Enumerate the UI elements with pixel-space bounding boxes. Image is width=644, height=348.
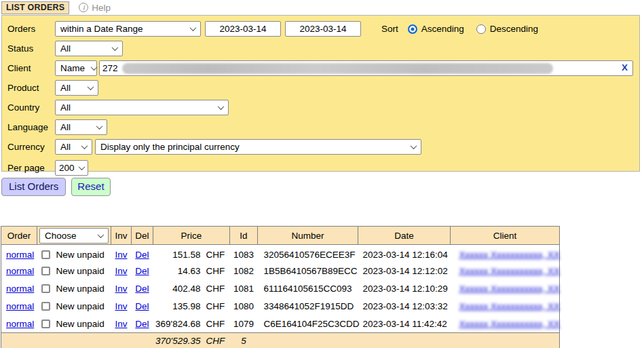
price-amount: 151.58 <box>153 250 201 260</box>
redacted-client-text <box>122 63 553 74</box>
chevron-down-icon <box>81 142 88 149</box>
invoice-link[interactable]: Inv <box>115 250 127 260</box>
price-cell: 151.58 CHF <box>153 250 230 260</box>
order-id: 1080 <box>230 298 258 315</box>
top-bar: LIST ORDERS i Help <box>0 0 644 15</box>
client-link[interactable]: Xxxxxx Xxxxxxxxxxx, XX <box>459 319 561 329</box>
order-id: 1081 <box>230 280 258 298</box>
chevron-down-icon <box>112 44 119 51</box>
orders-range-value: within a Date Range <box>60 24 143 34</box>
country-value: All <box>60 102 71 113</box>
price-cell: 369'824.68 CHF <box>153 319 230 329</box>
order-type-link[interactable]: normal <box>6 250 34 260</box>
order-date: 2023-03-14 12:16:04 <box>358 245 451 263</box>
delivery-link[interactable]: Del <box>135 250 149 260</box>
clear-client-button[interactable]: X <box>622 62 628 73</box>
info-icon: i <box>79 3 88 12</box>
bulk-action-select[interactable]: Choose <box>39 228 109 244</box>
order-type-link[interactable]: normal <box>6 284 34 294</box>
invoice-link[interactable]: Inv <box>115 266 127 276</box>
delivery-link[interactable]: Del <box>135 301 149 311</box>
filter-panel: Orders within a Date Range Sort Ascendin… <box>1 15 640 172</box>
status-select[interactable]: All <box>55 41 123 56</box>
chevron-down-icon <box>190 24 197 31</box>
order-id: 1083 <box>230 245 258 263</box>
per-page-label: Per page <box>7 163 55 173</box>
orders-table: Order Choose Inv Del Price Id Number Dat… <box>1 226 560 348</box>
invoice-link[interactable]: Inv <box>115 319 127 329</box>
order-type-link[interactable]: normal <box>6 266 34 276</box>
header-del: Del <box>132 227 153 245</box>
price-currency: CHF <box>206 319 225 329</box>
invoice-link[interactable]: Inv <box>115 301 127 311</box>
delivery-link[interactable]: Del <box>135 319 149 329</box>
form-actions: List Orders Reset <box>1 178 644 196</box>
bulk-action-value: Choose <box>45 231 77 241</box>
total-price: 370'529.35 CHF <box>153 336 230 346</box>
currency-display-value: Display only the principal currency <box>100 142 240 152</box>
order-status-label: New unpaid <box>56 250 105 260</box>
client-link[interactable]: Xxxxxx Xxxxxxxxxxx, XX <box>459 284 561 294</box>
total-amount: 370'529.35 <box>153 336 201 346</box>
list-orders-button[interactable]: List Orders <box>1 178 66 196</box>
client-link[interactable]: Xxxxxx Xxxxxxxxxxx, XX <box>459 266 561 276</box>
chevron-down-icon <box>96 123 103 130</box>
order-id: 1079 <box>230 315 258 333</box>
country-select[interactable]: All <box>55 100 229 115</box>
price-amount: 369'824.68 <box>153 319 201 329</box>
header-bulk-action: Choose <box>37 227 111 245</box>
order-type-link[interactable]: normal <box>6 301 34 311</box>
client-search-by-select[interactable]: Name <box>55 60 97 76</box>
sort-ascending-radio[interactable] <box>408 24 417 34</box>
client-link[interactable]: Xxxxxx Xxxxxxxxxxx, XX <box>459 301 561 311</box>
delivery-link[interactable]: Del <box>135 266 149 276</box>
header-price: Price <box>153 227 230 245</box>
date-from-input[interactable] <box>205 21 281 37</box>
row-checkbox[interactable] <box>41 302 50 311</box>
sort-descending-radio[interactable] <box>476 24 486 34</box>
help-link[interactable]: i Help <box>79 3 111 13</box>
order-number: 611164105615CC093 <box>258 280 358 298</box>
price-amount: 14.63 <box>153 266 201 276</box>
per-page-select[interactable]: 200 <box>55 160 88 176</box>
order-status-label: New unpaid <box>56 284 105 294</box>
order-date: 2023-03-14 12:12:02 <box>358 263 451 280</box>
order-type-link[interactable]: normal <box>6 319 34 329</box>
order-date: 2023-03-14 12:03:32 <box>358 298 451 315</box>
table-row: normal New unpaid Inv Del 402.48 CHF 108… <box>1 280 560 298</box>
header-id: Id <box>230 227 258 245</box>
help-label: Help <box>92 3 111 13</box>
header-number: Number <box>258 227 358 245</box>
currency-label: Currency <box>7 142 55 152</box>
delivery-link[interactable]: Del <box>135 284 149 294</box>
orders-label: Orders <box>7 24 55 34</box>
invoice-link[interactable]: Inv <box>115 284 127 294</box>
orders-range-select[interactable]: within a Date Range <box>55 21 201 37</box>
language-select[interactable]: All <box>55 119 107 135</box>
currency-display-select[interactable]: Display only the principal currency <box>95 139 421 155</box>
product-row: Product All <box>2 78 639 98</box>
row-checkbox[interactable] <box>41 284 50 293</box>
order-number: 32056410576ECEE3F <box>258 245 358 263</box>
sort-descending-label: Descending <box>490 24 538 34</box>
country-label: Country <box>7 102 55 113</box>
row-checkbox[interactable] <box>41 267 50 275</box>
reset-button[interactable]: Reset <box>71 178 110 196</box>
row-checkbox[interactable] <box>41 250 50 259</box>
row-checkbox[interactable] <box>41 320 50 328</box>
client-link[interactable]: Xxxxxx Xxxxxxxxxxx, XX <box>459 250 561 260</box>
product-select[interactable]: All <box>55 80 98 96</box>
price-cell: 402.48 CHF <box>153 284 230 294</box>
client-label: Client <box>7 63 55 73</box>
date-to-input[interactable] <box>285 21 361 37</box>
chevron-down-icon <box>98 231 105 238</box>
price-cell: 135.98 CHF <box>153 301 230 311</box>
chevron-down-icon <box>411 142 417 149</box>
currency-select[interactable]: All <box>55 139 92 155</box>
client-search-by-value: Name <box>60 63 85 73</box>
orders-row: Orders within a Date Range Sort Ascendin… <box>2 19 639 39</box>
status-label: Status <box>7 43 55 54</box>
country-row: Country All <box>2 98 639 117</box>
totals-row: 370'529.35 CHF 5 <box>1 333 560 348</box>
total-currency: CHF <box>206 336 225 346</box>
